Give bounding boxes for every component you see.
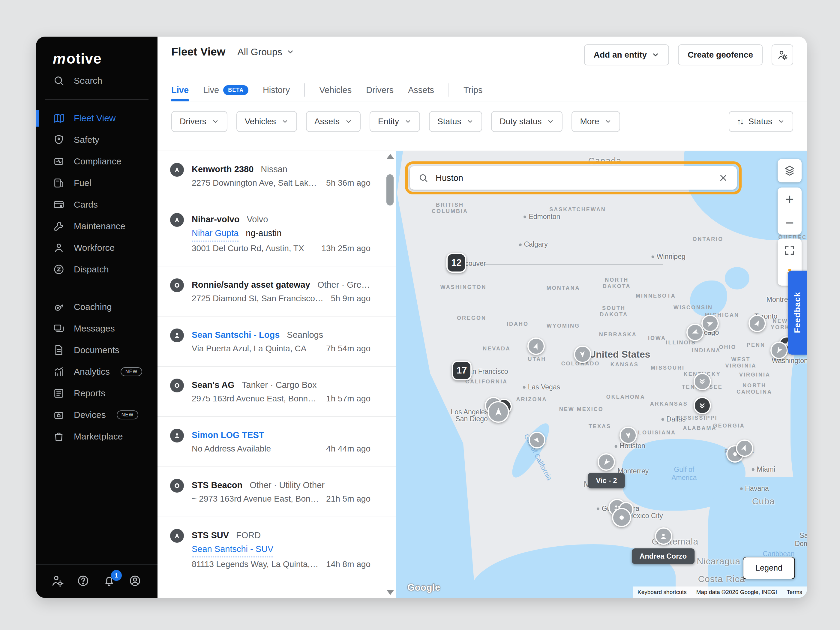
cluster-marker[interactable]: 17 xyxy=(452,361,472,381)
sidebar-item-reports[interactable]: Reports xyxy=(36,382,158,404)
entity-address: 2975 163rd Avenue East, Bonney Lake,... xyxy=(192,392,320,406)
nav-marker[interactable] xyxy=(687,324,704,341)
map-label: ARKANSAS xyxy=(650,401,688,407)
tab-assets[interactable]: Assets xyxy=(408,79,434,101)
driver-link[interactable]: Sean Santschi - SUV xyxy=(192,542,273,557)
keyboard-shortcuts-link[interactable]: Keyboard shortcuts xyxy=(633,586,692,598)
map-label: BRITISH COLUMBIA xyxy=(432,202,468,215)
chevrons-marker[interactable] xyxy=(693,397,711,414)
sidebar-item-dispatch[interactable]: Dispatch xyxy=(36,259,158,280)
chevron-down-icon xyxy=(778,118,785,125)
clear-search-icon[interactable] xyxy=(718,173,728,183)
filter-assets[interactable]: Assets xyxy=(306,111,361,132)
sidebar-item-messages[interactable]: Messages xyxy=(36,318,158,339)
sidebar-item-safety[interactable]: Safety xyxy=(36,129,158,151)
map-label: San Diego xyxy=(455,415,488,423)
driver-link[interactable]: Nihar Gupta xyxy=(192,226,238,242)
filter-drivers[interactable]: Drivers xyxy=(171,111,227,132)
entity-name: Kenworth 2380 xyxy=(192,162,254,176)
list-item[interactable]: STS SUVFORDSean Santschi - SUV81113 Lege… xyxy=(158,517,396,582)
filter-vehicles[interactable]: Vehicles xyxy=(237,111,297,132)
city-dot xyxy=(524,216,526,218)
filter-status[interactable]: Status xyxy=(429,111,482,132)
entity-name: Ronnie/sandy asset gateway xyxy=(192,278,310,292)
create-geofence-button[interactable]: Create geofence xyxy=(678,44,763,65)
nav-marker[interactable] xyxy=(529,432,545,448)
tab-live[interactable]: Live xyxy=(171,79,189,101)
map-label: PENN xyxy=(747,342,765,348)
list-item[interactable]: Kenworth 2380Nissan2275 Downington Ave, … xyxy=(158,151,396,201)
zoom-in-button[interactable]: + xyxy=(778,188,802,211)
list-item[interactable]: Nihar-volvoVolvoNihar Guptang-austin3001… xyxy=(158,201,396,266)
sidebar-item-search[interactable]: Search xyxy=(36,70,158,92)
terms-link[interactable]: Terms xyxy=(782,586,807,598)
entity-name[interactable]: Simon LOG TEST xyxy=(192,428,264,442)
sidebar-item-fleet-view[interactable]: Fleet View xyxy=(36,107,158,129)
personmk-marker[interactable] xyxy=(655,527,672,545)
sidebar-item-maintenance[interactable]: Maintenance xyxy=(36,215,158,237)
persongear-icon[interactable] xyxy=(51,574,65,589)
report-icon xyxy=(53,387,65,399)
list-item[interactable]: STS BeaconOther · Utility Other~ 2973 16… xyxy=(158,467,396,516)
nav-marker[interactable] xyxy=(527,338,545,355)
filter-more[interactable]: More xyxy=(572,111,620,132)
sidebar-item-coaching[interactable]: Coaching xyxy=(36,296,158,318)
group-selector[interactable]: All Groups xyxy=(237,46,294,58)
list-item[interactable]: Sean Santschi - LogsSeanlogsVia Puerta A… xyxy=(158,316,396,366)
scroll-down-icon[interactable] xyxy=(387,590,394,595)
entity-subtitle: Tanker · Cargo Box xyxy=(242,378,317,392)
chevrons-marker[interactable] xyxy=(693,373,711,390)
sidebar-item-documents[interactable]: Documents xyxy=(36,339,158,361)
list-item[interactable]: Sean's AGTanker · Cargo Box2975 163rd Av… xyxy=(158,366,396,417)
map-canvas[interactable]: CanadaBRITISH COLUMBIASASKATCHEWANEdmont… xyxy=(396,151,807,598)
bell-icon[interactable]: 1 xyxy=(103,574,117,589)
zoom-out-button[interactable]: − xyxy=(778,211,802,235)
tab-history[interactable]: History xyxy=(263,79,290,101)
tab-vehicles[interactable]: Vehicles xyxy=(319,79,352,101)
add-entity-button[interactable]: Add an entity xyxy=(584,44,669,65)
nav-marker[interactable] xyxy=(736,439,753,457)
account-icon[interactable] xyxy=(128,574,143,589)
admin-user-button[interactable] xyxy=(772,44,793,65)
sidebar-item-workforce[interactable]: Workforce xyxy=(36,237,158,259)
map-search-box[interactable]: Huston xyxy=(410,166,737,189)
cluster-marker[interactable]: 12 xyxy=(447,253,466,273)
map-layers-button[interactable] xyxy=(778,159,802,182)
sidebar-item-devices[interactable]: DevicesNEW xyxy=(36,404,158,426)
dot-marker[interactable] xyxy=(612,508,631,527)
nav-marker[interactable] xyxy=(771,342,788,359)
tab-trips[interactable]: Trips xyxy=(464,79,482,101)
help-icon[interactable] xyxy=(76,574,91,589)
entity-name[interactable]: Sean Santschi - Logs xyxy=(192,328,279,342)
nav-marker[interactable] xyxy=(488,401,509,423)
nav-marker[interactable] xyxy=(748,315,766,332)
city-dot xyxy=(519,243,521,246)
filter-entity[interactable]: Entity xyxy=(369,111,420,132)
tab-drivers[interactable]: Drivers xyxy=(366,79,393,101)
nav-marker[interactable] xyxy=(574,346,591,363)
nav-marker[interactable] xyxy=(619,426,637,444)
feedback-tab[interactable]: Feedback xyxy=(788,271,807,355)
vehicle-icon xyxy=(170,529,184,543)
search-input[interactable]: Huston xyxy=(436,173,711,183)
sidebar-item-cards[interactable]: Cards xyxy=(36,194,158,215)
sort-button[interactable]: ↑↓ Status xyxy=(729,111,793,132)
filter-label: More xyxy=(580,117,599,126)
scroll-up-icon[interactable] xyxy=(387,154,394,159)
sidebar-item-marketplace[interactable]: Marketplace xyxy=(36,426,158,447)
scrollbar-thumb[interactable] xyxy=(387,174,393,205)
legend-button[interactable]: Legend xyxy=(743,557,795,579)
map-label: NEVADA xyxy=(483,345,511,352)
list-item[interactable]: Ronnie/sandy asset gatewayOther · Great.… xyxy=(158,267,396,316)
tab-live-beta[interactable]: LiveBETA xyxy=(203,79,248,101)
list-item[interactable]: Simon LOG TESTNo Address Available4h 44m… xyxy=(158,417,396,466)
sidebar-item-compliance[interactable]: Compliance xyxy=(36,151,158,172)
asset-icon xyxy=(170,379,184,392)
nav-marker[interactable] xyxy=(701,315,719,332)
sidebar-item-analytics[interactable]: AnalyticsNEW xyxy=(36,361,158,382)
list-scrollbar[interactable] xyxy=(385,152,395,597)
filter-duty-status[interactable]: Duty status xyxy=(491,111,562,132)
nav-marker[interactable] xyxy=(598,453,615,471)
fullscreen-button[interactable] xyxy=(778,238,802,262)
sidebar-item-fuel[interactable]: Fuel xyxy=(36,172,158,194)
